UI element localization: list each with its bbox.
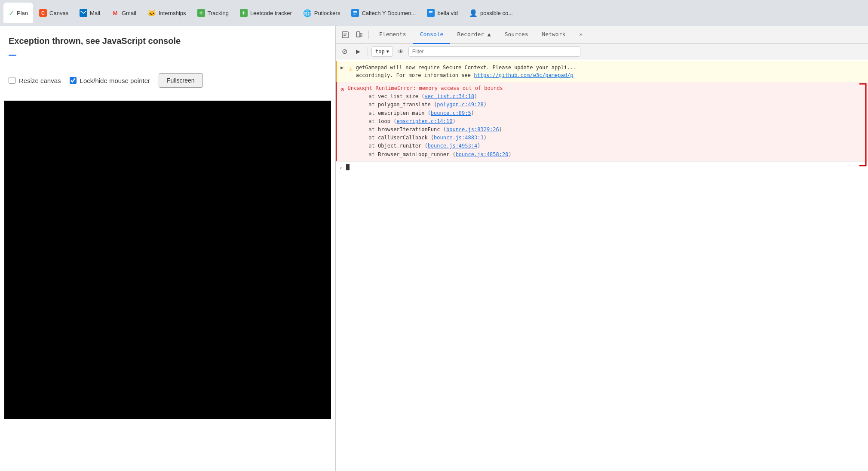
svg-rect-2 [353,11,357,12]
stack-frame-5: at callUserCallback (bounce.js:4883:3) [347,134,511,142]
tab-label: Canvas [49,10,68,16]
tab-caltech[interactable]: Caltech Y Documen... [346,3,421,23]
warning-icon: ⚠ [349,64,352,73]
plan-icon: ✓ [9,9,14,17]
console-output: ▶ ⚠ getGamepad will now require Secure C… [336,59,868,471]
tab-elements[interactable]: Elements [372,26,413,44]
run-script-button[interactable]: ▶ [352,46,364,58]
tab-canvas[interactable]: C Canvas [34,3,74,23]
console-input-line[interactable]: › [336,161,868,173]
tab-bella[interactable]: bella vid [422,3,463,23]
tab-possible[interactable]: 👤 possible co... [464,3,518,23]
svg-rect-10 [360,33,362,37]
gmail-icon: M [111,9,119,17]
console-toolbar: ⊘ ▶ top ▼ 👁 [336,44,868,59]
warning-link[interactable]: https://github.com/w3c/gamepad/p [474,72,573,78]
clear-console-button[interactable]: ⊘ [338,46,350,58]
stack-frame-1: at polygon_translate (polygon.c:49:28) [347,101,511,109]
tab-more[interactable]: » [572,26,589,44]
tab-tracking[interactable]: + Tracking [192,3,234,23]
tab-label: Tracking [208,10,229,16]
error-icon: ⊗ [340,85,344,94]
toolbar2-divider [368,47,368,56]
tab-label: Internships [159,10,186,16]
tab-label: Putlockers [314,10,340,16]
tab-recorder[interactable]: Recorder ▲ [450,26,497,44]
tab-putlockers[interactable]: 🌐 Putlockers [298,3,346,23]
svg-rect-4 [353,14,356,15]
console-filter-input[interactable] [408,46,580,57]
page-content: Exception thrown, see JavaScript console… [0,26,335,471]
lock-mouse-label[interactable]: Lock/hide mouse pointer [70,77,150,84]
console-error-block: ⊗ Uncaught RuntimeError: memory access o… [336,82,868,161]
bella-icon [427,9,435,17]
console-cursor [346,164,350,170]
leetcode-icon: + [240,9,248,17]
stack-frame-6: at Object.runIter (bounce.js:4953:4) [347,142,511,150]
resize-canvas-checkbox[interactable] [9,77,15,84]
svg-rect-8 [342,32,348,38]
console-error-message: ⊗ Uncaught RuntimeError: memory access o… [336,82,868,161]
stack-frame-0: at vec_list_size (vec_list.c:34:18) [347,92,511,101]
chevron-down-icon: ▼ [386,49,389,54]
tab-label: Mail [90,10,100,16]
tab-mail[interactable]: Mail [74,3,105,23]
fullscreen-button[interactable]: Fullscreen [159,73,203,88]
controls-area: Resize canvas Lock/hide mouse pointer Fu… [0,56,335,96]
possible-icon: 👤 [469,9,478,17]
stack-frame-3: at loop (emscripten.c:14:10) [347,117,511,126]
exception-header: Exception thrown, see JavaScript console [0,26,335,55]
tab-label: Leetcode tracker [250,10,292,16]
tab-leetcode[interactable]: + Leetcode tracker [235,3,297,23]
tab-label: Plan [17,10,28,16]
devtools-tab-bar: Elements Console Recorder ▲ Sources Netw… [336,26,868,44]
caltech-icon [351,9,359,17]
devtools-panel: Elements Console Recorder ▲ Sources Netw… [335,26,868,471]
tab-network[interactable]: Network [535,26,573,44]
putlockers-icon: 🌐 [303,9,312,17]
mail-icon [80,9,87,17]
context-selector[interactable]: top ▼ [371,46,393,57]
devtools-tabs: Elements Console Recorder ▲ Sources Netw… [372,26,589,43]
toolbar-divider [368,31,369,39]
game-canvas [4,101,331,419]
svg-rect-9 [356,32,360,37]
svg-rect-7 [429,12,432,13]
stack-frame-2: at emscripten_main (bounce.c:89:5) [347,109,511,117]
tab-label: Gmail [122,10,136,16]
main-layout: Exception thrown, see JavaScript console… [0,26,868,471]
stack-frame-4: at browserIterationFunc (bounce.js:8329:… [347,126,511,134]
svg-rect-6 [429,11,432,12]
warning-expand-icon[interactable]: ▶ [340,64,344,71]
tab-bar: ✓ Plan C Canvas Mail M Gmail 🐱 Internshi… [0,0,868,26]
tab-label: possible co... [480,10,513,16]
tab-label: Caltech Y Documen... [362,10,416,16]
console-prompt: › [339,164,343,171]
lock-mouse-checkbox[interactable] [70,77,77,84]
tab-plan[interactable]: ✓ Plan [3,3,33,23]
resize-canvas-label[interactable]: Resize canvas [9,77,61,84]
tab-gmail[interactable]: M Gmail [106,3,141,23]
eye-icon-button[interactable]: 👁 [395,46,407,58]
tab-internships[interactable]: 🐱 Internships [142,3,191,23]
tracking-icon: + [197,9,205,17]
canvas-icon: C [39,9,47,17]
tab-sources[interactable]: Sources [498,26,535,44]
tab-label: bella vid [437,10,458,16]
stack-frame-7: at Browser_mainLoop_runner (bounce.js:48… [347,151,511,159]
inspect-element-button[interactable] [339,29,351,41]
svg-rect-3 [353,12,357,13]
device-toolbar-button[interactable] [353,29,365,41]
tab-console[interactable]: Console [413,26,451,44]
console-warning-message: ▶ ⚠ getGamepad will now require Secure C… [336,61,868,82]
internships-icon: 🐱 [147,9,156,17]
